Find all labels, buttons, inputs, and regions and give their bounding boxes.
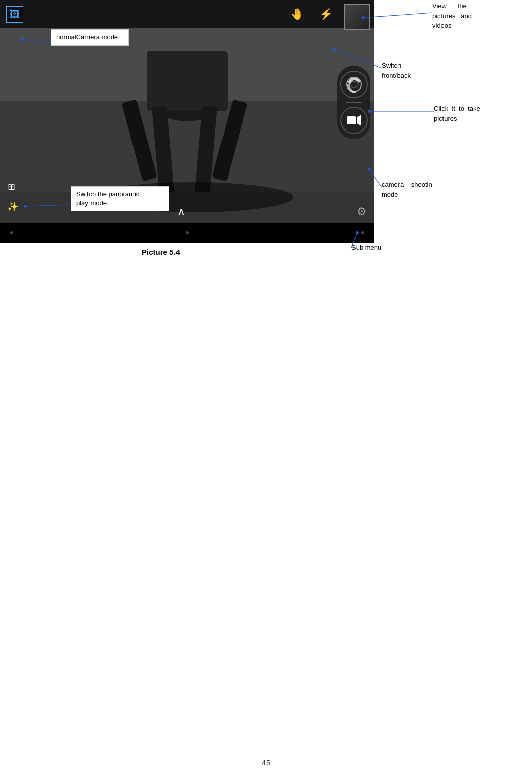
switch-panoramic-callout: Switch the panoramicplay mode.	[71, 186, 169, 211]
toolbar-icon-flash[interactable]: ⚡	[319, 8, 333, 21]
settings-gear-button[interactable]: ⚙	[357, 205, 367, 219]
svg-rect-3	[147, 51, 228, 111]
svg-rect-12	[347, 116, 356, 124]
switch-front-back-annotation: Switchfront/back	[382, 61, 411, 80]
camera-shooting-mode-annotation: camera shootinmode	[382, 180, 432, 199]
bottom-dot-3	[361, 231, 364, 234]
shutter-button[interactable]	[340, 71, 368, 98]
camera-control-panel	[337, 66, 370, 139]
picture-label: Picture 5.4	[142, 248, 180, 256]
gallery-thumbnail[interactable]	[344, 4, 370, 30]
page-number: 45	[262, 759, 270, 767]
camera-toolbar: 🖼 🤚 ⚡ 🔄	[0, 0, 374, 28]
click-take-pictures-annotation: Click it to takepictures	[434, 104, 480, 123]
normal-camera-mode-callout: normalCamera mode	[51, 29, 129, 46]
svg-marker-13	[357, 115, 361, 126]
gallery-thumb-image	[345, 5, 369, 29]
svg-point-11	[351, 81, 357, 88]
camera-bottom-bar	[0, 223, 374, 243]
bottom-dot-1	[10, 231, 13, 234]
toolbar-icon-hand[interactable]: 🤚	[290, 8, 304, 21]
up-arrow-button[interactable]: ∧	[177, 205, 185, 219]
panoramic-mode-icon[interactable]: ✨	[7, 201, 18, 212]
video-button[interactable]	[340, 107, 368, 134]
normal-camera-mode-icon[interactable]: 🖼	[6, 6, 23, 23]
view-pictures-annotation: View thepictures andvideos	[432, 1, 472, 31]
sub-menu-annotation: Sub menu	[351, 243, 381, 253]
panel-divider	[346, 102, 362, 103]
bottom-dot-2	[186, 231, 189, 234]
grid-mode-icon[interactable]: ⊞	[8, 181, 15, 192]
